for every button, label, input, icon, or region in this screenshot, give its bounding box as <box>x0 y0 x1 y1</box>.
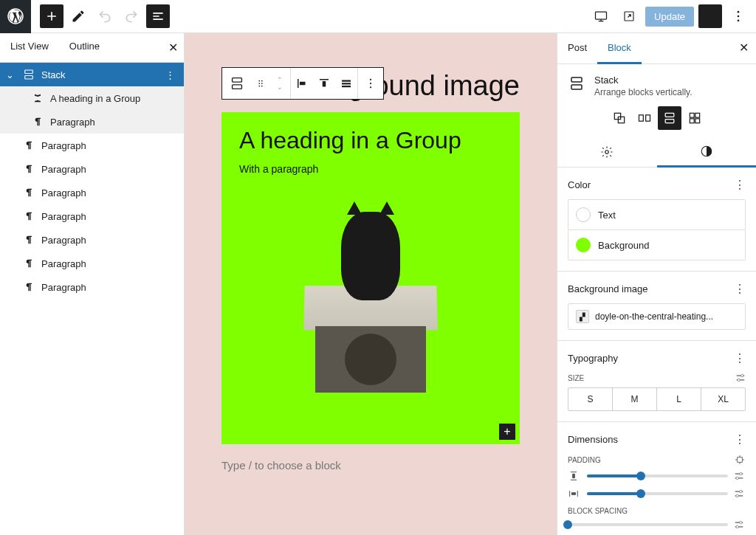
tree-item-paragraph[interactable]: Paragraph <box>0 181 184 204</box>
empty-paragraph-placeholder[interactable]: Type / to choose a block <box>221 459 520 472</box>
size-l[interactable]: L <box>656 388 701 410</box>
settings-tab[interactable] <box>557 137 657 167</box>
svg-rect-24 <box>342 86 351 87</box>
bg-image-options-icon[interactable]: ⋮ <box>734 282 746 296</box>
typography-options-icon[interactable]: ⋮ <box>734 351 746 365</box>
edit-mode-button[interactable] <box>66 4 90 28</box>
paragraph-icon <box>22 162 35 176</box>
block-more-options-button[interactable] <box>358 68 383 99</box>
padding-label: PADDING <box>568 456 601 464</box>
settings-styles-tabs <box>557 137 756 168</box>
svg-point-50 <box>736 477 739 480</box>
justify-left-button[interactable] <box>291 68 313 99</box>
color-options-icon[interactable]: ⋮ <box>734 178 746 192</box>
wordpress-logo[interactable] <box>0 0 31 33</box>
editor-canvas[interactable]: ⌃⌄ ckground image A heading in a Group W… <box>185 33 557 535</box>
svg-rect-10 <box>233 78 242 83</box>
slider-custom-icon[interactable] <box>734 471 746 481</box>
transform-stack-button[interactable] <box>658 106 681 130</box>
add-block-button[interactable] <box>40 4 63 28</box>
tree-item-paragraph[interactable]: Paragraph <box>0 275 184 299</box>
tree-item-paragraph[interactable]: Paragraph <box>0 228 184 252</box>
background-color-field[interactable]: Background <box>568 230 746 260</box>
size-s[interactable]: S <box>568 388 612 410</box>
close-sidebar-icon[interactable]: ✕ <box>739 41 749 55</box>
stack-icon <box>568 75 585 92</box>
top-toolbar: Update <box>0 0 756 33</box>
text-color-label: Text <box>598 210 616 221</box>
tab-outline[interactable]: Outline <box>59 33 110 62</box>
svg-point-56 <box>740 521 743 524</box>
size-m[interactable]: M <box>612 388 656 410</box>
transform-grid-button[interactable] <box>683 106 707 130</box>
block-type-button[interactable] <box>222 68 252 99</box>
view-post-button[interactable] <box>617 4 641 28</box>
block-info: Stack Arrange blocks vertically. <box>557 64 756 105</box>
size-xl[interactable]: XL <box>701 388 745 410</box>
color-section: Color ⋮ Text Background <box>557 168 756 272</box>
size-custom-icon[interactable] <box>735 373 746 383</box>
move-arrows[interactable]: ⌃⌄ <box>269 68 290 99</box>
size-label: SIZE <box>568 374 584 382</box>
tab-block[interactable]: Block <box>597 33 642 64</box>
list-view-toggle[interactable] <box>146 4 170 28</box>
svg-rect-18 <box>298 79 299 88</box>
svg-point-40 <box>605 151 609 154</box>
transform-group-button[interactable] <box>608 106 631 130</box>
block-spacing-label: BLOCK SPACING <box>568 507 628 515</box>
svg-rect-46 <box>738 458 743 463</box>
slider-custom-icon[interactable] <box>734 520 746 530</box>
device-preview-button[interactable] <box>589 4 613 28</box>
redo-button[interactable] <box>120 4 143 28</box>
tree-item-stack[interactable]: ⌄ Stack ⋮ <box>0 63 184 86</box>
svg-rect-20 <box>320 79 329 80</box>
settings-sidebar-toggle[interactable] <box>698 4 722 28</box>
svg-point-45 <box>738 379 740 382</box>
paragraph-icon <box>22 257 35 270</box>
tree-item-paragraph[interactable]: Paragraph <box>0 252 184 275</box>
stack-icon <box>22 68 35 81</box>
tree-item-paragraph-child[interactable]: Paragraph <box>0 110 184 134</box>
transform-row-button[interactable] <box>633 106 656 130</box>
update-button[interactable]: Update <box>645 7 694 27</box>
svg-point-26 <box>370 83 371 84</box>
vertical-padding-icon <box>568 470 581 482</box>
slider-custom-icon[interactable] <box>734 489 746 499</box>
block-spacing-slider[interactable] <box>568 520 746 530</box>
text-color-field[interactable]: Text <box>568 199 746 230</box>
close-list-view-icon[interactable]: ✕ <box>168 41 178 55</box>
tab-list-view[interactable]: List View <box>0 33 59 62</box>
styles-tab[interactable] <box>657 137 757 168</box>
sidebar-tabs: Post Block ✕ <box>557 33 756 64</box>
left-panel-tabs: List View Outline ✕ <box>0 33 184 63</box>
align-wide-button[interactable] <box>335 68 357 99</box>
align-top-button[interactable] <box>313 68 335 99</box>
paragraph-icon <box>22 139 35 152</box>
svg-rect-37 <box>695 113 699 117</box>
paragraph-icon <box>31 115 44 128</box>
tree-item-paragraph[interactable]: Paragraph <box>0 204 184 228</box>
svg-point-17 <box>261 86 263 87</box>
drag-handle-icon[interactable] <box>252 68 269 99</box>
padding-unlink-icon[interactable] <box>734 454 746 466</box>
add-block-inline-button[interactable]: + <box>499 424 515 440</box>
stack-block[interactable]: A heading in a Group With a paragraph + <box>221 112 520 444</box>
tab-post[interactable]: Post <box>557 33 597 63</box>
tree-item-paragraph[interactable]: Paragraph <box>0 157 184 181</box>
font-size-buttons: S M L XL <box>568 387 746 411</box>
svg-rect-38 <box>690 119 694 123</box>
bg-image-selector[interactable]: ▞ doyle-on-the-central-heating... <box>568 303 746 330</box>
stack-paragraph[interactable]: With a paragraph <box>239 163 502 175</box>
padding-horizontal-slider[interactable] <box>568 488 746 500</box>
svg-point-25 <box>370 79 371 80</box>
stack-heading[interactable]: A heading in a Group <box>239 127 502 154</box>
more-options-button[interactable] <box>726 4 750 28</box>
padding-vertical-slider[interactable] <box>568 470 746 482</box>
tree-item-options-icon[interactable]: ⋮ <box>162 69 178 80</box>
undo-button[interactable] <box>93 4 117 28</box>
dimensions-options-icon[interactable]: ⋮ <box>734 432 746 446</box>
chevron-down-icon[interactable]: ⌄ <box>6 69 16 80</box>
block-name: Stack <box>594 75 693 86</box>
tree-item-paragraph[interactable]: Paragraph <box>0 134 184 157</box>
tree-item-heading[interactable]: A heading in a Group <box>0 86 184 110</box>
